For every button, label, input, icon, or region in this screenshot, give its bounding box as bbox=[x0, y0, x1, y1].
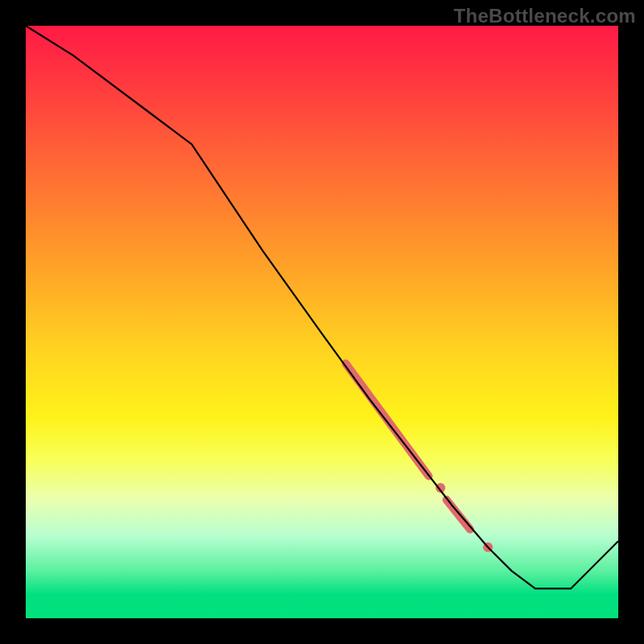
chart-svg bbox=[26, 26, 618, 618]
plot-area bbox=[26, 26, 618, 618]
highlight-group bbox=[345, 364, 493, 552]
chart-stage: TheBottleneck.com bbox=[0, 0, 644, 644]
bottleneck-line bbox=[26, 26, 618, 588]
highlight-segment-2 bbox=[447, 500, 470, 530]
watermark-label: TheBottleneck.com bbox=[454, 5, 636, 27]
